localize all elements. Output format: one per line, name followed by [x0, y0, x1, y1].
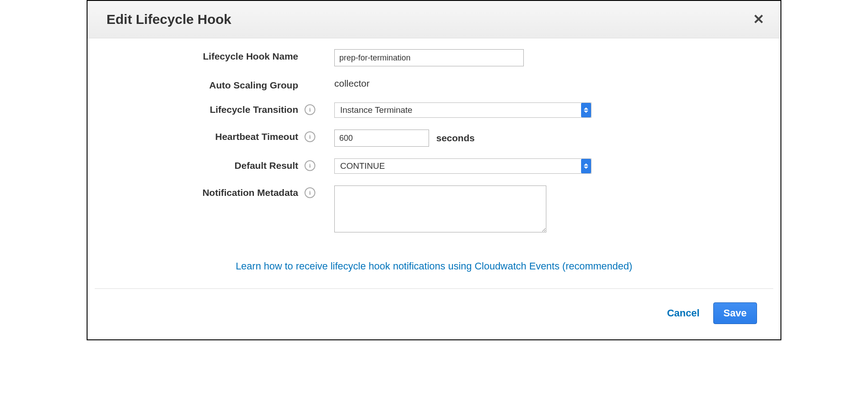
label-col: Lifecycle Transition i — [98, 102, 322, 115]
info-icon[interactable]: i — [305, 131, 315, 142]
control-col: seconds — [322, 130, 770, 147]
edit-lifecycle-hook-dialog: Edit Lifecycle Hook ✕ Lifecycle Hook Nam… — [87, 0, 781, 340]
close-icon[interactable]: ✕ — [749, 11, 768, 28]
row-default-result: Default Result i CONTINUE — [98, 158, 770, 174]
control-col: collector — [322, 78, 770, 89]
hook-name-input[interactable] — [334, 49, 524, 66]
label-col: Auto Scaling Group — [98, 78, 322, 91]
dialog-footer: Cancel Save — [95, 288, 773, 339]
heartbeat-input[interactable] — [334, 130, 429, 147]
row-metadata: Notification Metadata i — [98, 185, 770, 232]
row-asg: Auto Scaling Group collector — [98, 78, 770, 91]
transition-label: Lifecycle Transition — [210, 104, 298, 115]
default-result-label: Default Result — [235, 160, 298, 171]
dialog-title: Edit Lifecycle Hook — [106, 12, 231, 27]
control-col: Instance Terminate — [322, 102, 770, 118]
chevron-updown-icon — [581, 103, 591, 117]
dialog-body: Lifecycle Hook Name Auto Scaling Group c… — [88, 38, 780, 288]
help-link-row: Learn how to receive lifecycle hook noti… — [98, 244, 770, 283]
heartbeat-label: Heartbeat Timeout — [215, 131, 298, 142]
save-button[interactable]: Save — [713, 302, 757, 324]
control-col: CONTINUE — [322, 158, 770, 174]
control-col — [322, 185, 770, 232]
label-col: Lifecycle Hook Name — [98, 49, 322, 62]
info-icon[interactable]: i — [305, 104, 315, 115]
label-col: Default Result i — [98, 158, 322, 171]
dialog-header: Edit Lifecycle Hook ✕ — [88, 1, 780, 38]
chevron-updown-icon — [581, 159, 591, 173]
heartbeat-suffix: seconds — [436, 133, 475, 144]
asg-value: collector — [334, 78, 369, 89]
hook-name-label: Lifecycle Hook Name — [203, 51, 298, 62]
asg-label: Auto Scaling Group — [209, 80, 298, 91]
transition-select[interactable]: Instance Terminate — [334, 102, 591, 118]
metadata-label: Notification Metadata — [203, 187, 298, 198]
info-icon[interactable]: i — [305, 187, 315, 198]
transition-select-value: Instance Terminate — [335, 105, 581, 115]
label-col: Notification Metadata i — [98, 185, 322, 198]
default-result-select[interactable]: CONTINUE — [334, 158, 591, 174]
row-heartbeat: Heartbeat Timeout i seconds — [98, 130, 770, 147]
cancel-button[interactable]: Cancel — [664, 304, 702, 323]
info-icon[interactable]: i — [305, 160, 315, 171]
row-transition: Lifecycle Transition i Instance Terminat… — [98, 102, 770, 118]
metadata-textarea[interactable] — [334, 185, 546, 232]
default-result-select-value: CONTINUE — [335, 161, 581, 171]
cloudwatch-help-link[interactable]: Learn how to receive lifecycle hook noti… — [235, 260, 632, 272]
row-hook-name: Lifecycle Hook Name — [98, 49, 770, 66]
label-col: Heartbeat Timeout i — [98, 130, 322, 142]
control-col — [322, 49, 770, 66]
